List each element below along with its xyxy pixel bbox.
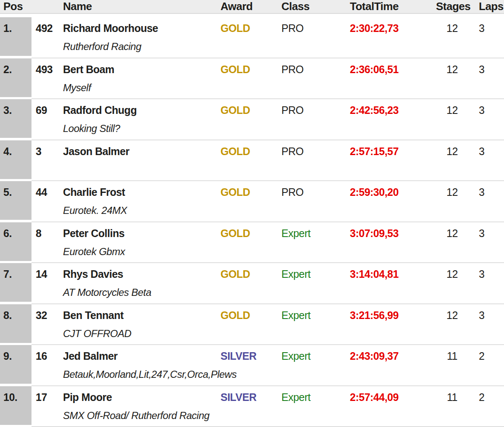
total-time: 2:59:30,20 [350, 181, 436, 198]
position-cell: 3. [0, 99, 32, 138]
column-header-name: Name [63, 0, 220, 13]
total-time: 2:57:44,09 [350, 386, 436, 403]
rider-cell: Bert Boam Myself [63, 58, 220, 94]
stages-count: 12 [436, 181, 468, 198]
award-label: GOLD [220, 58, 281, 75]
rider-name: Ben Tennant [63, 309, 220, 321]
column-header-class: Class [281, 0, 350, 13]
class-label: PRO [281, 99, 350, 116]
rider-cell: Ben Tennant CJT OFFROAD [63, 304, 220, 340]
position-cell: 6. [0, 222, 32, 261]
rider-cell: Jason Balmer [63, 140, 220, 164]
results-table: Pos Name Award Class TotalTime Stages La… [0, 0, 504, 427]
rider-cell: Charlie Frost Eurotek. 24MX [63, 181, 220, 216]
column-header-totaltime: TotalTime [350, 0, 436, 13]
position-cell: 7. [0, 263, 32, 302]
rider-name: Pip Moore [63, 391, 220, 403]
table-row: 7. 14 Rhys Davies AT Motorcycles Beta GO… [0, 263, 504, 304]
position-cell: 1. [0, 17, 32, 56]
total-time: 2:57:15,57 [350, 140, 436, 157]
total-time: 2:43:09,37 [350, 345, 436, 362]
rider-name: Radford Chugg [63, 104, 220, 116]
rider-cell: Rhys Davies AT Motorcycles Beta [63, 263, 220, 298]
rider-cell: Pip Moore SMX Off-Road/ Rutherford Racin… [63, 386, 220, 422]
total-time: 3:14:04,81 [350, 263, 436, 280]
class-label: Expert [281, 386, 350, 403]
team-name: SMX Off-Road/ Rutherford Racing [63, 410, 220, 422]
results-rows: 1. 492 Richard Moorhouse Rutherford Raci… [0, 17, 504, 427]
race-number: 3 [32, 140, 63, 157]
rider-name: Jason Balmer [63, 145, 220, 157]
table-row: 5. 44 Charlie Frost Eurotek. 24MX GOLD P… [0, 181, 504, 222]
team-name: Rutherford Racing [63, 41, 220, 53]
laps-count: 3 [468, 304, 504, 321]
award-label: GOLD [220, 181, 281, 198]
award-label: SILVER [220, 386, 281, 403]
rider-name: Peter Collins [63, 227, 220, 239]
column-header-pos: Pos [0, 0, 32, 13]
rider-cell: Jed Balmer Betauk,Moorland,Lit,247,Csr,O… [63, 345, 220, 380]
position-cell: 10. [0, 386, 32, 425]
class-label: Expert [281, 304, 350, 321]
class-label: Expert [281, 263, 350, 280]
stages-count: 12 [436, 222, 468, 239]
race-number: 8 [32, 222, 63, 239]
column-header-laps: Laps [468, 0, 504, 13]
rider-cell: Radford Chugg Looking Still? [63, 99, 220, 134]
table-row: 3. 69 Radford Chugg Looking Still? GOLD … [0, 99, 504, 140]
stages-count: 12 [436, 58, 468, 75]
award-label: GOLD [220, 99, 281, 116]
race-number: 493 [32, 58, 63, 75]
table-row: 1. 492 Richard Moorhouse Rutherford Raci… [0, 17, 504, 58]
rider-name: Jed Balmer [63, 350, 220, 362]
stages-count: 12 [436, 263, 468, 280]
laps-count: 3 [468, 181, 504, 198]
team-name: Eurotek. 24MX [63, 205, 220, 216]
stages-count: 11 [436, 345, 468, 362]
class-label: PRO [281, 181, 350, 198]
table-row: 6. 8 Peter Collins Eurotek Gbmx GOLD Exp… [0, 222, 504, 264]
laps-count: 3 [468, 222, 504, 239]
rider-name: Richard Moorhouse [63, 22, 220, 34]
table-row: 9. 16 Jed Balmer Betauk,Moorland,Lit,247… [0, 345, 504, 386]
class-label: Expert [281, 222, 350, 239]
rider-cell: Richard Moorhouse Rutherford Racing [63, 17, 220, 53]
team-name: Betauk,Moorland,Lit,247,Csr,Orca,Plews [63, 369, 220, 380]
total-time: 2:36:06,51 [350, 58, 436, 75]
laps-count: 3 [468, 140, 504, 157]
column-header-stages: Stages [436, 0, 468, 13]
class-label: PRO [281, 140, 350, 157]
award-label: GOLD [220, 222, 281, 239]
race-number: 16 [32, 345, 63, 362]
rider-name: Rhys Davies [63, 268, 220, 280]
laps-count: 2 [468, 345, 504, 362]
position-cell: 2. [0, 58, 32, 97]
class-label: PRO [281, 17, 350, 34]
award-label: GOLD [220, 140, 281, 157]
laps-count: 3 [468, 17, 504, 34]
team-name: AT Motorcycles Beta [63, 287, 220, 298]
team-name: Eurotek Gbmx [63, 246, 220, 258]
rider-name: Charlie Frost [63, 186, 220, 198]
total-time: 2:42:56,23 [350, 99, 436, 116]
table-row: 10. 17 Pip Moore SMX Off-Road/ Rutherfor… [0, 386, 504, 427]
position-cell: 4. [0, 140, 32, 179]
stages-count: 12 [436, 140, 468, 157]
award-label: GOLD [220, 304, 281, 321]
rider-cell: Peter Collins Eurotek Gbmx [63, 222, 220, 258]
award-label: GOLD [220, 263, 281, 280]
total-time: 3:07:09,53 [350, 222, 436, 239]
stages-count: 12 [436, 304, 468, 321]
laps-count: 3 [468, 58, 504, 75]
award-label: GOLD [220, 17, 281, 34]
class-label: PRO [281, 58, 350, 75]
stages-count: 12 [436, 17, 468, 34]
table-row: 4. 3 Jason Balmer GOLD PRO 2:57:15,57 12… [0, 140, 504, 182]
position-cell: 8. [0, 304, 32, 343]
team-name: Looking Still? [63, 123, 220, 134]
race-number: 492 [32, 17, 63, 34]
rider-name: Bert Boam [63, 63, 220, 75]
table-header-row: Pos Name Award Class TotalTime Stages La… [0, 0, 504, 14]
column-header-award: Award [220, 0, 281, 13]
laps-count: 3 [468, 99, 504, 116]
